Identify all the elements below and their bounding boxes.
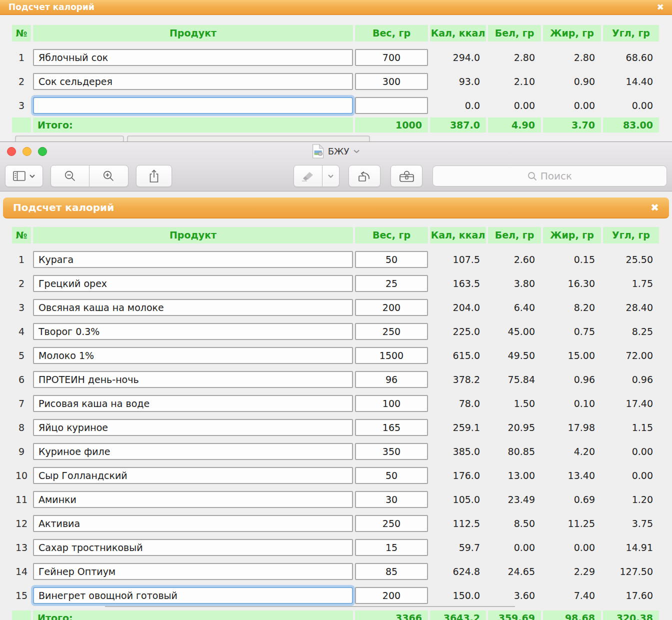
close-icon[interactable]: ✖ bbox=[650, 202, 659, 212]
weight-input[interactable] bbox=[355, 299, 428, 316]
product-input[interactable] bbox=[33, 299, 353, 316]
row-number: 15 bbox=[12, 590, 31, 601]
weight-input[interactable] bbox=[355, 443, 428, 460]
weight-input[interactable] bbox=[355, 49, 428, 66]
weight-input[interactable] bbox=[355, 515, 428, 532]
fat-value: 16.30 bbox=[543, 278, 601, 289]
panel-header: Подсчет калорий ✖ bbox=[0, 0, 672, 15]
minimize-window-button[interactable] bbox=[22, 147, 32, 156]
weight-input[interactable] bbox=[355, 563, 428, 580]
close-icon[interactable]: ✖ bbox=[657, 3, 664, 12]
product-input[interactable] bbox=[33, 275, 353, 292]
share-button[interactable] bbox=[136, 165, 172, 187]
search-input[interactable]: Поиск bbox=[432, 166, 667, 186]
weight-input[interactable] bbox=[355, 73, 428, 90]
calories-value: 225.0 bbox=[430, 326, 486, 337]
panel-title: Подсчет калорий bbox=[8, 2, 94, 12]
carbs-value: 127.50 bbox=[603, 566, 659, 577]
weight-input[interactable] bbox=[355, 395, 428, 412]
product-input[interactable] bbox=[33, 419, 353, 436]
panel-header: Подсчет калорий ✖ bbox=[3, 198, 669, 218]
product-input[interactable] bbox=[33, 443, 353, 460]
col-product: Продукт bbox=[33, 227, 353, 244]
close-window-button[interactable] bbox=[7, 147, 16, 156]
product-input[interactable] bbox=[33, 563, 353, 580]
weight-input[interactable] bbox=[355, 275, 428, 292]
weight-input[interactable] bbox=[355, 491, 428, 508]
zoom-out-button[interactable] bbox=[50, 165, 90, 187]
product-input[interactable] bbox=[33, 371, 353, 388]
carbs-value: 14.40 bbox=[603, 76, 659, 87]
fat-value: 17.98 bbox=[543, 422, 601, 433]
fat-value: 2.29 bbox=[543, 566, 601, 577]
totals-protein: 4.90 bbox=[488, 118, 541, 132]
table-row: 778.01.500.1017.40 bbox=[12, 392, 659, 416]
weight-input[interactable] bbox=[355, 347, 428, 364]
calories-value: 624.8 bbox=[430, 566, 486, 577]
weight-input[interactable] bbox=[355, 467, 428, 484]
row-number: 2 bbox=[12, 278, 31, 289]
product-input[interactable] bbox=[33, 467, 353, 484]
clipped-widget bbox=[15, 136, 124, 142]
protein-value: 8.50 bbox=[488, 518, 541, 529]
product-input[interactable] bbox=[33, 97, 353, 114]
product-input[interactable] bbox=[33, 49, 353, 66]
weight-input[interactable] bbox=[355, 371, 428, 388]
row-number: 7 bbox=[12, 398, 31, 409]
product-input[interactable] bbox=[33, 515, 353, 532]
weight-input[interactable] bbox=[355, 419, 428, 436]
product-input[interactable] bbox=[33, 491, 353, 508]
col-protein: Бел, гр bbox=[488, 25, 541, 42]
totals-label: Итого: bbox=[33, 610, 353, 620]
weight-input[interactable] bbox=[355, 539, 428, 556]
carbs-value: 1.75 bbox=[603, 278, 659, 289]
window-title-group[interactable]: БЖУ bbox=[312, 144, 360, 158]
fat-value: 0.90 bbox=[543, 76, 601, 87]
fat-value: 11.25 bbox=[543, 518, 601, 529]
product-input[interactable] bbox=[33, 323, 353, 340]
table-row: 1359.70.000.0014.91 bbox=[12, 536, 659, 560]
food-table-top: № Продукт Вес, гр Кал, ккал Бел, гр Жир,… bbox=[0, 25, 672, 132]
table-row: 2163.53.8016.301.75 bbox=[12, 272, 659, 296]
zoom-window-button[interactable] bbox=[38, 147, 47, 156]
row-number: 4 bbox=[12, 326, 31, 337]
product-input[interactable] bbox=[33, 587, 353, 604]
calories-value: 78.0 bbox=[430, 398, 486, 409]
horizontal-scrollbar[interactable] bbox=[105, 606, 515, 607]
totals-calories: 3643.2 bbox=[430, 610, 486, 620]
markup-toolbox-button[interactable] bbox=[390, 165, 422, 187]
protein-value: 1.50 bbox=[488, 398, 541, 409]
totals-label: Итого: bbox=[33, 118, 353, 132]
calories-value: 59.7 bbox=[430, 542, 486, 553]
weight-input[interactable] bbox=[355, 587, 428, 604]
col-num: № bbox=[12, 25, 31, 42]
product-input[interactable] bbox=[33, 73, 353, 90]
rotate-left-button[interactable] bbox=[348, 165, 380, 187]
fat-value: 0.15 bbox=[543, 254, 601, 265]
table-row: 15150.03.607.4017.60 bbox=[12, 584, 659, 608]
product-input[interactable] bbox=[33, 347, 353, 364]
fat-value: 0.10 bbox=[543, 398, 601, 409]
weight-input[interactable] bbox=[355, 323, 428, 340]
fat-value: 15.00 bbox=[543, 350, 601, 361]
traffic-lights bbox=[7, 147, 47, 156]
calories-value: 385.0 bbox=[430, 446, 486, 457]
carbs-value: 0.00 bbox=[603, 470, 659, 481]
weight-input[interactable] bbox=[355, 97, 428, 114]
carbs-value: 0.96 bbox=[603, 374, 659, 385]
totals-carbs: 320.38 bbox=[603, 610, 659, 620]
zoom-in-button[interactable] bbox=[90, 165, 128, 187]
fat-value: 13.40 bbox=[543, 470, 601, 481]
sidebar-view-button[interactable] bbox=[5, 165, 43, 187]
product-input[interactable] bbox=[33, 539, 353, 556]
fat-value: 0.96 bbox=[543, 374, 601, 385]
product-input[interactable] bbox=[33, 395, 353, 412]
title-chevron-down-icon[interactable] bbox=[353, 150, 360, 154]
table-row: 10176.013.0013.400.00 bbox=[12, 464, 659, 488]
highlighter-dropdown-button[interactable] bbox=[322, 165, 340, 187]
highlighter-button[interactable] bbox=[294, 165, 322, 187]
product-input[interactable] bbox=[33, 251, 353, 268]
col-fat: Жир, гр bbox=[543, 227, 601, 244]
weight-input[interactable] bbox=[355, 251, 428, 268]
calories-value: 107.5 bbox=[430, 254, 486, 265]
